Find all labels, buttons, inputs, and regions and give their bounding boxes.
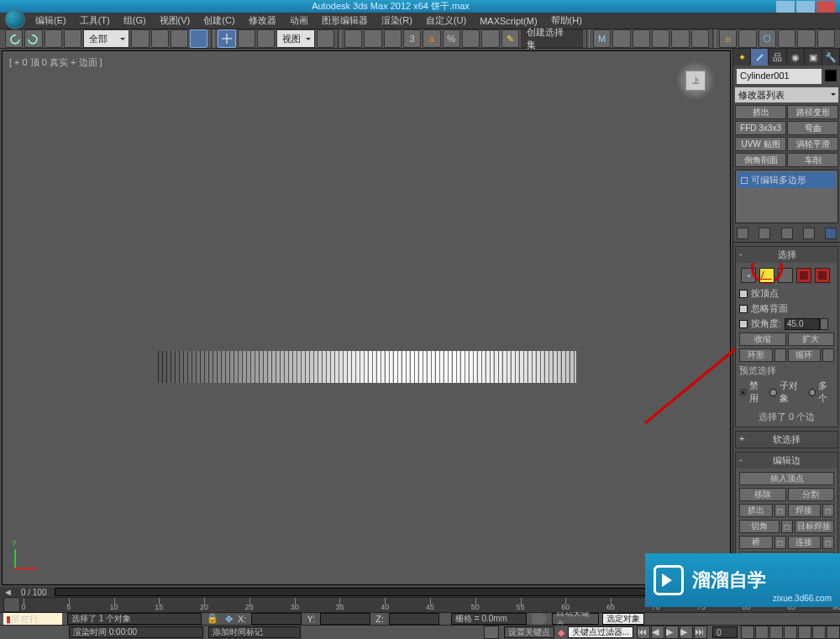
render-icon[interactable] (759, 29, 776, 48)
render-setup-icon[interactable]: ☼ (719, 29, 737, 48)
remove-button[interactable]: 移除 (739, 488, 786, 501)
configure-sets-icon[interactable] (825, 228, 837, 239)
stack-toggle-icon[interactable] (741, 177, 748, 184)
subobj-element-icon[interactable] (815, 268, 830, 283)
menu-rendering[interactable]: 渲染(R) (376, 13, 417, 29)
minimize-button[interactable] (776, 1, 795, 13)
loop-button[interactable]: 循环 (788, 348, 822, 362)
object-color-swatch[interactable] (825, 70, 837, 81)
loop-spin[interactable] (822, 348, 834, 362)
rotate-icon[interactable] (238, 29, 255, 48)
bridge-settings[interactable]: □ (774, 536, 786, 549)
window-crossing-icon[interactable] (190, 29, 207, 48)
next-frame-button[interactable]: ▶ (680, 626, 693, 639)
y-field[interactable] (320, 613, 370, 625)
rect-region-icon[interactable] (171, 29, 188, 48)
pan-icon[interactable] (798, 626, 811, 639)
app-icon[interactable] (5, 9, 25, 29)
viewcube-face[interactable]: 上 (685, 71, 706, 91)
chamfer-settings[interactable]: □ (781, 520, 793, 533)
tab-motion[interactable]: ◉ (787, 49, 805, 65)
move-icon[interactable] (218, 29, 235, 48)
modifier-stack[interactable]: 可编辑多边形 (735, 170, 838, 223)
x-field[interactable] (251, 613, 302, 625)
brush-icon[interactable]: ✎ (501, 29, 519, 48)
snap-toggle-icon[interactable] (344, 29, 362, 48)
goto-start-button[interactable]: ⏮ (637, 626, 650, 639)
snap-pc-icon[interactable]: % (443, 29, 460, 48)
material-editor-icon[interactable] (691, 29, 709, 48)
unlink-icon[interactable] (64, 29, 81, 48)
render-frame-icon[interactable] (738, 29, 756, 48)
selected-target[interactable]: 选定对象 (602, 613, 644, 625)
menu-group[interactable]: 组(G) (118, 13, 151, 29)
close-button[interactable] (816, 1, 835, 13)
menu-create[interactable]: 创建(C) (198, 13, 239, 29)
key-mode-icon[interactable]: ◆ (558, 627, 564, 638)
menu-tools[interactable]: 工具(T) (75, 13, 115, 29)
add-time-tag[interactable]: 添加时间标记 (208, 626, 301, 638)
by-vertex-checkbox[interactable] (739, 290, 748, 298)
weld-settings[interactable]: □ (822, 504, 834, 517)
subobj-polygon-icon[interactable] (796, 268, 811, 283)
teapot3-icon[interactable] (817, 29, 835, 48)
preset-ffd[interactable]: FFD 3x3x3 (735, 121, 786, 135)
scale-icon[interactable] (257, 29, 275, 48)
select-icon[interactable] (131, 29, 149, 48)
mirror-icon[interactable]: M (593, 29, 611, 48)
zoom-extents-icon[interactable] (769, 626, 783, 639)
menu-views[interactable]: 视图(V) (155, 13, 196, 29)
current-frame-field[interactable]: 0 (712, 626, 738, 638)
preset-lathe[interactable]: 车削 (787, 153, 838, 167)
percent-snap-icon[interactable] (384, 29, 402, 48)
link-icon[interactable] (45, 29, 62, 48)
angle-snap-icon[interactable] (364, 29, 381, 48)
target-weld-button[interactable]: 目标焊接 (795, 520, 835, 533)
connect-settings[interactable]: □ (822, 536, 834, 549)
redo-icon[interactable] (24, 29, 42, 48)
angle-spinner[interactable]: 45.0 (785, 318, 820, 330)
select-name-icon[interactable] (151, 29, 169, 48)
layers-icon[interactable] (633, 29, 650, 48)
grow-button[interactable]: 扩大 (788, 333, 835, 346)
menu-animation[interactable]: 动画 (285, 13, 313, 29)
teapot2-icon[interactable] (797, 29, 815, 48)
maximize-button[interactable] (796, 1, 815, 13)
preview-off-radio[interactable] (739, 389, 747, 396)
rollout-header-soft[interactable]: +软选择 (736, 432, 837, 448)
zoom-all-icon[interactable] (755, 626, 769, 639)
autokey-button[interactable]: 自动关键点 (552, 613, 599, 625)
preset-bend[interactable]: 弯曲 (787, 121, 838, 135)
viewport-top[interactable]: [ + 0 顶 0 真实 + 边面 ] 上 y x (2, 50, 731, 585)
object-name-field[interactable]: Cylinder001 (737, 69, 822, 84)
menu-modifiers[interactable]: 修改器 (244, 13, 281, 29)
selection-filter-dropdown[interactable]: 全部 (83, 29, 129, 48)
ignore-backfacing-checkbox[interactable] (739, 305, 748, 313)
tab-hierarchy[interactable]: 品 (769, 49, 786, 65)
preset-bevel[interactable]: 倒角剖面 (735, 153, 786, 167)
goto-end-button[interactable]: ⏭ (694, 626, 707, 639)
key-filters[interactable]: 关键点过滤器... (568, 626, 633, 638)
rollout-header-selection[interactable]: -选择 (736, 247, 837, 263)
fov-icon[interactable] (784, 626, 797, 639)
menu-grapheditors[interactable]: 图形编辑器 (317, 13, 373, 29)
ring-button[interactable]: 环形 (739, 348, 773, 362)
tab-display[interactable]: ▣ (805, 49, 822, 65)
set-key-icon[interactable] (532, 613, 547, 625)
named-selection-dropdown[interactable]: 创建选择集 (521, 29, 583, 48)
tab-utilities[interactable]: 🔧 (822, 49, 840, 65)
preset-pathdeform[interactable]: 路径变形 (787, 105, 838, 119)
setkey-button[interactable]: 设置关键点 (504, 626, 554, 638)
by-angle-checkbox[interactable] (739, 320, 748, 328)
schematic-icon[interactable] (671, 29, 689, 48)
pin-stack-icon[interactable] (737, 228, 748, 239)
prev-frame-button[interactable]: ◀ (651, 626, 664, 639)
stack-item-editable-poly[interactable]: 可编辑多边形 (738, 172, 836, 188)
ring-spin[interactable] (774, 348, 786, 362)
maximize-viewport-icon[interactable] (827, 626, 840, 639)
bridge-button[interactable]: 桥 (739, 536, 773, 549)
spinner-arrows[interactable] (820, 318, 828, 330)
modifier-list-dropdown[interactable]: 修改器列表 (735, 87, 838, 102)
unique-icon[interactable] (781, 228, 793, 239)
align-icon[interactable] (612, 29, 630, 48)
